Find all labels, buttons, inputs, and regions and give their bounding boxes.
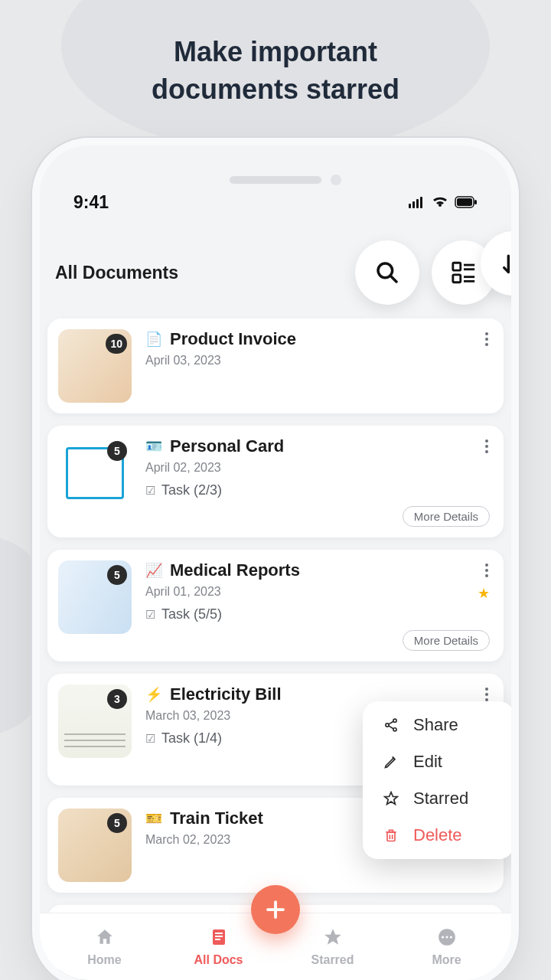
page-count-badge: 5	[107, 813, 127, 833]
document-thumbnail: 5	[58, 808, 132, 882]
star-icon	[383, 791, 399, 806]
battery-icon	[455, 196, 478, 208]
share-icon	[383, 717, 399, 733]
document-title: Train Ticket	[170, 808, 263, 828]
document-title: Medical Reports	[170, 560, 300, 580]
document-thumbnail: 5	[58, 436, 132, 510]
doc-type-icon: 📄	[145, 331, 162, 348]
add-button[interactable]	[251, 885, 300, 934]
nav-alldocs[interactable]: All Docs	[181, 927, 257, 967]
search-button[interactable]	[355, 240, 419, 305]
document-thumbnail: 10	[58, 329, 132, 403]
svg-line-19	[389, 726, 394, 729]
document-thumbnail: 5	[58, 560, 132, 634]
menu-delete[interactable]: Delete	[383, 825, 494, 845]
document-title: Electricity Bill	[170, 684, 282, 704]
more-icon	[437, 927, 457, 952]
svg-rect-5	[457, 198, 472, 206]
more-details-button[interactable]: More Details	[403, 630, 490, 651]
doc-type-icon: 📈	[145, 562, 162, 579]
nav-more[interactable]: More	[409, 927, 485, 967]
svg-rect-3	[420, 197, 422, 208]
document-card[interactable]: 5 📈 Medical Reports April 01, 2023 ☑Task…	[47, 550, 504, 662]
plus-icon	[264, 898, 287, 921]
edit-icon	[383, 754, 399, 769]
card-menu-button[interactable]	[485, 688, 488, 701]
nav-starred[interactable]: Starred	[295, 927, 371, 967]
svg-rect-9	[453, 263, 461, 270]
document-date: April 02, 2023	[145, 461, 490, 475]
document-date: April 01, 2023	[145, 585, 490, 599]
svg-point-32	[442, 936, 444, 938]
page-count-badge: 5	[107, 565, 127, 585]
page-title: All Documents	[55, 263, 343, 283]
docs-icon	[210, 927, 228, 952]
status-indicators	[409, 196, 478, 208]
document-title: Product Invoice	[170, 329, 296, 349]
svg-rect-28	[215, 936, 223, 937]
trash-icon	[383, 828, 399, 843]
menu-starred[interactable]: Starred	[383, 789, 494, 808]
svg-rect-27	[215, 933, 223, 934]
nav-home[interactable]: Home	[67, 927, 143, 967]
phone-frame: 9:41 All Documents 10 📄 Product Invoice …	[40, 145, 511, 980]
svg-line-18	[389, 721, 394, 724]
document-thumbnail: 3	[58, 684, 132, 758]
card-menu-button[interactable]	[485, 332, 488, 346]
status-time: 9:41	[73, 192, 109, 213]
page-count-badge: 5	[107, 441, 127, 461]
task-progress: ☑Task (5/5)	[145, 606, 490, 622]
svg-marker-30	[324, 929, 341, 945]
svg-rect-2	[416, 199, 419, 208]
document-card[interactable]: 5 🪪 Personal Card April 02, 2023 ☑Task (…	[47, 426, 504, 537]
signal-icon	[409, 196, 425, 208]
menu-share[interactable]: Share	[383, 715, 494, 735]
svg-point-33	[445, 936, 448, 938]
wifi-icon	[432, 196, 448, 208]
home-icon	[95, 927, 115, 952]
svg-rect-1	[412, 201, 415, 208]
doc-type-icon: 🎫	[145, 810, 162, 827]
document-card[interactable]: 10 📄 Product Invoice April 03, 2023	[47, 318, 504, 413]
svg-line-8	[390, 276, 396, 282]
doc-type-icon: ⚡	[145, 686, 162, 703]
starred-indicator-icon: ★	[478, 585, 490, 602]
checklist-icon: ☑	[145, 484, 155, 498]
doc-type-icon: 🪪	[145, 438, 162, 455]
promo-headline: Make important documents starred	[0, 0, 551, 108]
context-menu: Share Edit Starred Delete	[363, 701, 511, 859]
svg-marker-20	[385, 792, 398, 805]
document-title: Personal Card	[170, 436, 284, 456]
star-nav-icon	[323, 927, 343, 952]
svg-point-34	[449, 936, 452, 938]
page-count-badge: 3	[107, 689, 127, 709]
page-count-badge: 10	[106, 334, 127, 354]
search-icon	[375, 260, 399, 285]
grid-list-icon	[451, 260, 477, 286]
menu-edit[interactable]: Edit	[383, 752, 494, 772]
svg-rect-29	[215, 939, 220, 940]
sort-icon	[500, 250, 511, 276]
svg-rect-0	[409, 204, 411, 208]
more-details-button[interactable]: More Details	[403, 506, 490, 527]
task-progress: ☑Task (2/3)	[145, 482, 490, 498]
checklist-icon: ☑	[145, 608, 155, 622]
svg-rect-10	[453, 275, 461, 283]
card-menu-button[interactable]	[485, 564, 488, 577]
svg-rect-21	[387, 832, 395, 841]
card-menu-button[interactable]	[485, 439, 488, 453]
checklist-icon: ☑	[145, 732, 155, 746]
svg-rect-6	[474, 200, 477, 204]
document-date: April 03, 2023	[145, 354, 490, 368]
